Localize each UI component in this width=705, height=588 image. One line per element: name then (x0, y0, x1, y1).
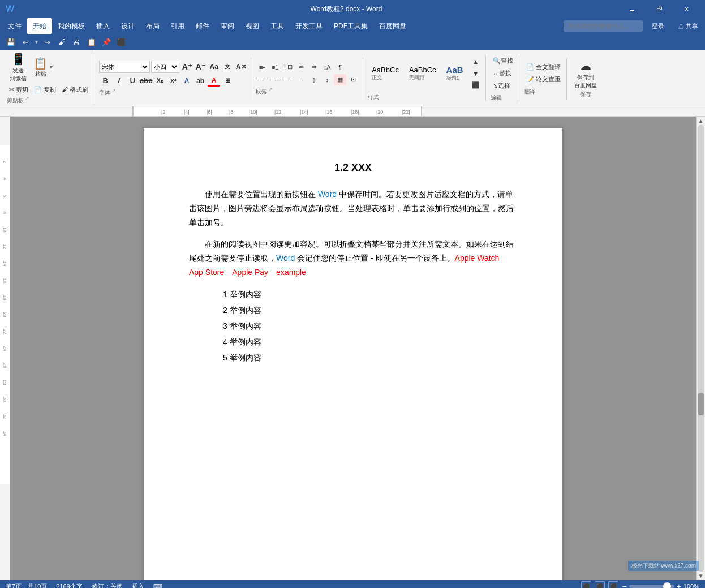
text-effect-button[interactable]: A (180, 75, 193, 87)
thesis-check-button[interactable]: 📝 论文查重 (524, 74, 563, 85)
align-right-button[interactable]: ≡→ (282, 74, 294, 85)
font-shrink-button[interactable]: A⁻ (194, 61, 207, 72)
style-normal[interactable]: AaBbCc 正文 (368, 64, 403, 83)
line-spacing-button[interactable]: ↕ (321, 74, 333, 85)
numbering-button[interactable]: ≡1 (269, 62, 281, 73)
close-button[interactable]: ✕ (673, 0, 699, 18)
subscript-button[interactable]: X₂ (153, 75, 166, 87)
menu-item-pdf[interactable]: PDF工具集 (328, 18, 373, 34)
print-qa-button[interactable]: 🖨 (71, 36, 83, 48)
view-mode-read[interactable]: ⬛ (608, 581, 618, 588)
italic-button[interactable]: I (113, 75, 125, 87)
zoom-out-button[interactable]: − (622, 582, 626, 588)
menu-item-layout[interactable]: 布局 (140, 18, 165, 34)
style-scroll-up[interactable]: ▲ (470, 56, 482, 67)
minimize-button[interactable]: 🗕 (619, 0, 645, 18)
pin-qa[interactable]: 📌 (100, 36, 113, 48)
format-painter-button[interactable]: 🖌 格式刷 (59, 84, 91, 95)
document-scroll-area[interactable]: 1.2 XXX 使用在需要位置出现的新按钮在 Word 中保存时间。若要更改图片… (10, 117, 696, 580)
border-button[interactable]: ⊞ (221, 75, 234, 87)
view-mode-web[interactable]: ⬛ (595, 581, 605, 588)
paste-button[interactable]: 📋 粘贴 ▼ (31, 52, 57, 83)
menu-item-tools[interactable]: 工具 (265, 18, 290, 34)
multilevel-button[interactable]: ≡⊞ (282, 62, 294, 73)
view-mode-print[interactable]: ⬛ (581, 581, 591, 588)
zoom-in-button[interactable]: + (677, 582, 681, 588)
paste-dropdown[interactable]: ▼ (49, 65, 54, 70)
scroll-thumb[interactable] (698, 393, 704, 415)
menu-item-review[interactable]: 审阅 (215, 18, 240, 34)
login-button[interactable]: 登录 (647, 21, 669, 32)
zoom-thumb[interactable] (663, 582, 671, 588)
select-button[interactable]: ↘ 选择 (491, 80, 515, 92)
full-translate-button[interactable]: 📄 全文翻译 (524, 62, 563, 73)
page-info: 第7页，共10页 (6, 582, 47, 589)
clipboard-qa[interactable]: 📋 (85, 36, 98, 48)
font-color-button[interactable]: A (208, 75, 220, 87)
bullets-button[interactable]: ≡• (256, 62, 268, 73)
phonetic-guide-button[interactable]: 文 (221, 61, 234, 72)
save-qa-button[interactable]: 💾 (5, 36, 17, 48)
zoom-slider[interactable] (629, 585, 674, 588)
style-heading1[interactable]: AaB 标题1 (442, 63, 467, 84)
menu-item-home[interactable]: 开始 (27, 18, 52, 34)
ribbon-group-paragraph: ≡• ≡1 ≡⊞ ⇐ ⇒ ↕A ¶ ≡← ≡↔ ≡→ ≡ ⫿ ↕ ▦ ⊡ 段落 … (253, 58, 363, 100)
menu-item-references[interactable]: 引用 (165, 18, 190, 34)
replace-button[interactable]: ↔ 替换 (491, 68, 515, 79)
document-list: 1 举例内容 2 举例内容 3 举例内容 4 举例内容 5 举例内容 (223, 286, 517, 366)
border-para-button[interactable]: ⊡ (347, 74, 359, 85)
undo-dropdown[interactable]: ▼ (34, 39, 39, 45)
save-to-baidu-button[interactable]: ☁ 保存到百度网盘 (571, 59, 600, 89)
sort-button[interactable]: ↕A (321, 62, 333, 73)
highlight-color-button[interactable]: ab (194, 75, 207, 87)
custom-qa[interactable]: ⬛ (115, 36, 127, 48)
bold-button[interactable]: B (99, 75, 111, 87)
paragraph-expand[interactable]: ↗ (268, 87, 273, 96)
font-size-select[interactable]: 小四 (151, 61, 179, 73)
zoom-level[interactable]: 100% (683, 583, 699, 588)
menu-item-template[interactable]: 我的模板 (52, 18, 91, 34)
align-center-button[interactable]: ≡↔ (269, 74, 281, 85)
clipboard-expand[interactable]: ↗ (25, 96, 29, 105)
cut-button[interactable]: ✂ 剪切 (7, 84, 31, 95)
justify-button[interactable]: ≡ (295, 74, 307, 85)
copy-button[interactable]: 📄 复制 (32, 84, 58, 95)
redo-button[interactable]: ↪ (41, 36, 54, 48)
restore-button[interactable]: 🗗 (646, 0, 672, 18)
vertical-scrollbar[interactable]: ▲ ▼ (696, 117, 705, 580)
menu-item-developer[interactable]: 开发工具 (290, 18, 328, 34)
scroll-up-button[interactable]: ▲ (698, 118, 704, 124)
clear-format-button[interactable]: A✕ (235, 61, 247, 72)
menu-item-baidu[interactable]: 百度网盘 (373, 18, 412, 34)
font-name-select[interactable]: 宋体 (99, 61, 150, 73)
style-scroll-down[interactable]: ▼ (470, 68, 482, 79)
show-marks-button[interactable]: ¶ (334, 62, 346, 73)
change-case-button[interactable]: Aa (208, 61, 220, 72)
menu-item-mailing[interactable]: 邮件 (190, 18, 215, 34)
find-button[interactable]: 🔍 查找 (491, 55, 515, 67)
shading-button[interactable]: ▦ (334, 74, 346, 85)
search-input[interactable] (564, 20, 643, 32)
undo-button[interactable]: ↩ (19, 36, 32, 48)
send-to-wechat-button[interactable]: 📱 发送到微信 (7, 52, 29, 83)
superscript-button[interactable]: X² (167, 75, 179, 87)
font-expand[interactable]: ↗ (111, 88, 116, 97)
decrease-indent-button[interactable]: ⇐ (295, 62, 307, 73)
menu-item-insert[interactable]: 插入 (91, 18, 115, 34)
align-left-button[interactable]: ≡← (256, 74, 268, 85)
svg-text:|22|: |22| (402, 109, 410, 115)
scroll-down-button[interactable]: ▼ (698, 573, 704, 579)
ribbon-group-style: AaBbCc 正文 AaBbCc 无间距 AaB 标题1 ▲ ▼ ⬛ (366, 56, 485, 101)
strikethrough-button[interactable]: abc (140, 75, 152, 87)
menu-item-design[interactable]: 设计 (115, 18, 140, 34)
share-button[interactable]: △ 共享 (673, 21, 703, 32)
menu-item-view[interactable]: 视图 (240, 18, 265, 34)
style-no-spacing[interactable]: AaBbCc 无间距 (405, 64, 440, 83)
column-layout-button[interactable]: ⫿ (308, 74, 320, 85)
format-painter-qa[interactable]: 🖌 (56, 36, 68, 48)
style-expand[interactable]: ⬛ (470, 80, 482, 91)
underline-button[interactable]: U (126, 75, 139, 87)
menu-item-file[interactable]: 文件 (2, 18, 27, 34)
font-grow-button[interactable]: A⁺ (180, 61, 193, 72)
increase-indent-button[interactable]: ⇒ (308, 62, 320, 73)
